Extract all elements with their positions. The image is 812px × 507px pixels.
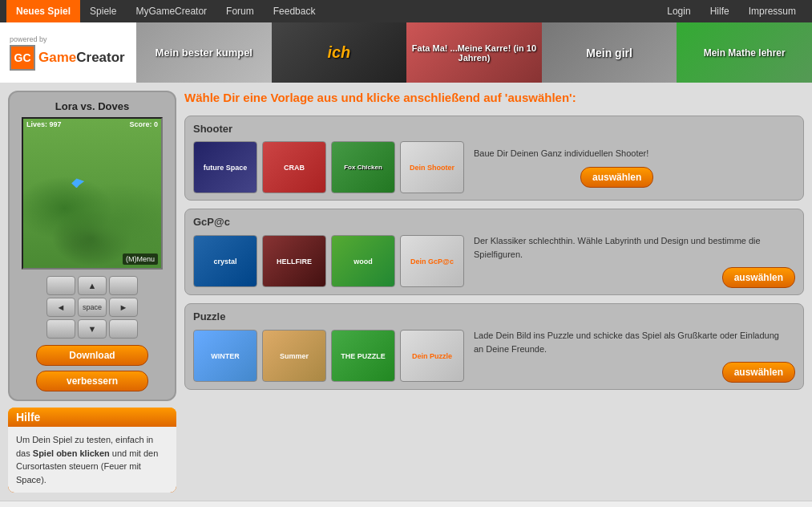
category-puzzle-content: WINTER Summer THE PUZZLE Dein Puzzle Lad…: [193, 329, 795, 383]
hilfe-panel: Hilfe Um Dein Spiel zu testen, einfach i…: [8, 408, 176, 493]
game-hud: Lives: 997 Score: 0: [26, 120, 158, 128]
game-screen[interactable]: Lives: 997 Score: 0 (M)Menu: [22, 117, 163, 270]
gcpac-description: Der Klassiker schlechthin. Wähle Labyrin…: [469, 234, 795, 261]
improve-button[interactable]: verbessern: [36, 371, 148, 391]
banner-text-3: Fata Ma! ...Meine Karre! (in 10 Jahren): [406, 22, 542, 83]
ctrl-up-button[interactable]: ▲: [78, 276, 107, 295]
ctrl-down-button[interactable]: ▼: [78, 319, 107, 339]
shooter-description: Baue Dir Deinen Ganz individuellen Shoot…: [469, 147, 653, 160]
banner-segment-4: Mein girl: [542, 22, 677, 83]
puzzle-desc-btn: Lade Dein Bild ins Puzzle und schicke da…: [469, 329, 795, 383]
left-panel: Lora vs. Doves Lives: 997 Score: 0 (M)Me…: [8, 91, 176, 493]
banner-images: Mein bester kumpel ich Fata Ma! ...Meine…: [136, 22, 812, 83]
thumb-foxchicken[interactable]: Fox Chicken: [331, 141, 395, 193]
thumb-wood[interactable]: wood: [331, 235, 395, 287]
action-buttons: Download verbessern: [18, 345, 167, 391]
ctrl-empty-bl: [46, 319, 75, 339]
nav-neues-spiel[interactable]: Neues Spiel: [6, 0, 80, 22]
footer: Informationen zum Datenschutz / AGBs: [0, 501, 812, 507]
nav-login[interactable]: Login: [657, 0, 700, 22]
ctrl-empty-tr: [109, 276, 138, 295]
controls: ▲ ◄ space ► ▼: [18, 276, 167, 339]
hilfe-body: Um Dein Spiel zu testen, einfach in das …: [8, 427, 176, 493]
game-hud-lives: Lives: 997: [26, 120, 62, 128]
banner-text-2: ich: [272, 22, 407, 83]
nav-impressum[interactable]: Impressum: [739, 0, 806, 22]
logo-area: powered by GC GameCreator: [0, 22, 136, 83]
ctrl-empty-tl: [46, 276, 75, 295]
thumb-futurespace[interactable]: future Space: [193, 141, 257, 193]
category-gcpac-content: crystal HELLFIRE wood Dein GcP@c Der Kla…: [193, 234, 795, 288]
ctrl-empty-br: [109, 319, 138, 339]
banner-text-1: Mein bester kumpel: [136, 22, 272, 83]
thumb-crab[interactable]: CRAB: [262, 141, 326, 193]
gcpac-desc-btn: Der Klassiker schlechthin. Wähle Labyrin…: [469, 234, 795, 288]
nav-feedback[interactable]: Feedback: [264, 0, 325, 22]
main-container: Lora vs. Doves Lives: 997 Score: 0 (M)Me…: [0, 83, 812, 501]
powered-by-text: powered by: [10, 35, 47, 43]
gcpac-auswahlen-button[interactable]: auswählen: [722, 267, 795, 288]
category-gcpac-header: GcP@c: [193, 216, 795, 228]
thumb-deingcpac[interactable]: Dein GcP@c: [400, 235, 464, 287]
game-panel: Lora vs. Doves Lives: 997 Score: 0 (M)Me…: [8, 91, 176, 401]
game-menu-overlay: (M)Menu: [123, 253, 158, 265]
hilfe-header: Hilfe: [8, 408, 176, 427]
download-button[interactable]: Download: [36, 345, 148, 366]
puzzle-auswahlen-button[interactable]: auswählen: [722, 362, 795, 383]
banner-segment-3: Fata Ma! ...Meine Karre! (in 10 Jahren): [406, 22, 542, 83]
game-foliage: [23, 119, 161, 268]
shooter-desc-btn: Baue Dir Deinen Ganz individuellen Shoot…: [469, 147, 653, 188]
ctrl-right-button[interactable]: ►: [109, 298, 138, 317]
banner-text-5: Mein Mathe lehrer: [677, 22, 812, 83]
content-panel: Wähle Dir eine Vorlage aus und klicke an…: [184, 91, 804, 493]
ctrl-left-button[interactable]: ◄: [46, 298, 75, 317]
nav-spiele[interactable]: Spiele: [80, 0, 126, 22]
category-puzzle-header: Puzzle: [193, 310, 795, 322]
nav-hilfe[interactable]: Hilfe: [701, 0, 739, 22]
banner-text-4: Mein girl: [542, 22, 677, 83]
thumb-thepuzzle[interactable]: THE PUZZLE: [331, 330, 395, 382]
category-gcpac: GcP@c crystal HELLFIRE wood Dein GcP@c D…: [184, 209, 804, 295]
thumb-hellfire[interactable]: HELLFIRE: [262, 235, 326, 287]
category-shooter-content: future Space CRAB Fox Chicken Dein Shoot…: [193, 141, 795, 193]
logo-icon: GC: [10, 45, 35, 71]
content-title: Wähle Dir eine Vorlage aus und klicke an…: [184, 91, 804, 104]
game-title: Lora vs. Doves: [18, 100, 167, 112]
nav-forum[interactable]: Forum: [216, 0, 264, 22]
game-hud-score: Score: 0: [129, 120, 158, 128]
thumb-summer[interactable]: Summer: [262, 330, 326, 382]
banner-segment-2: ich: [272, 22, 407, 83]
banner-segment-5: Mein Mathe lehrer: [677, 22, 812, 83]
category-shooter-header: Shooter: [193, 123, 795, 135]
nav-mygamecreator[interactable]: MyGameCreator: [126, 0, 216, 22]
thumb-crystal[interactable]: crystal: [193, 235, 257, 287]
header-banner: powered by GC GameCreator Mein bester ku…: [0, 22, 812, 83]
banner-segment-1: Mein bester kumpel: [136, 22, 272, 83]
thumb-deinpuzzle[interactable]: Dein Puzzle: [400, 330, 464, 382]
puzzle-description: Lade Dein Bild ins Puzzle und schicke da…: [469, 329, 795, 355]
category-shooter: Shooter future Space CRAB Fox Chicken De…: [184, 116, 804, 201]
thumb-deinshooter[interactable]: Dein Shooter: [400, 141, 464, 193]
shooter-auswahlen-button[interactable]: auswählen: [580, 167, 653, 188]
logo-text: GameCreator: [38, 50, 125, 66]
thumb-winter[interactable]: WINTER: [193, 330, 257, 382]
category-puzzle: Puzzle WINTER Summer THE PUZZLE Dein Puz…: [184, 303, 804, 390]
top-navigation: Neues Spiel Spiele MyGameCreator Forum F…: [0, 0, 812, 22]
logo-box: GC GameCreator: [10, 45, 125, 71]
ctrl-space-button[interactable]: space: [78, 298, 107, 317]
